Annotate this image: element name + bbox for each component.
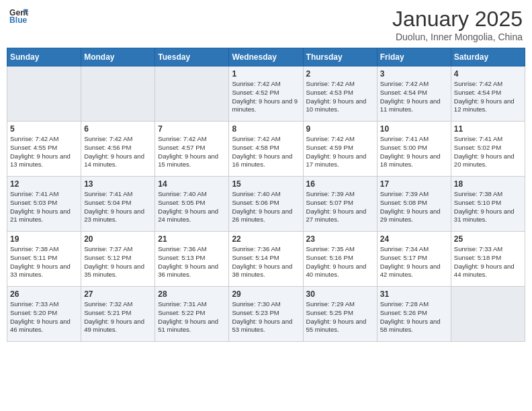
- day-number: 6: [84, 124, 152, 134]
- day-cell-10: 10Sunrise: 7:41 AMSunset: 5:00 PMDayligh…: [377, 122, 451, 177]
- day-number: 18: [454, 179, 522, 189]
- day-number: 10: [380, 124, 448, 134]
- week-row-2: 5Sunrise: 7:42 AMSunset: 4:55 PMDaylight…: [7, 122, 525, 177]
- cell-info: Sunrise: 7:32 AMSunset: 5:21 PMDaylight:…: [84, 300, 152, 334]
- day-cell-25: 25Sunrise: 7:33 AMSunset: 5:18 PMDayligh…: [451, 232, 525, 287]
- svg-text:Blue: Blue: [9, 15, 28, 25]
- cell-info: Sunrise: 7:42 AMSunset: 4:58 PMDaylight:…: [232, 135, 300, 169]
- location: Duolun, Inner Mongolia, China: [392, 32, 523, 42]
- cell-info: Sunrise: 7:40 AMSunset: 5:06 PMDaylight:…: [232, 190, 300, 224]
- day-cell-30: 30Sunrise: 7:29 AMSunset: 5:25 PMDayligh…: [303, 287, 377, 342]
- cell-info: Sunrise: 7:38 AMSunset: 5:10 PMDaylight:…: [454, 190, 522, 224]
- cell-info: Sunrise: 7:41 AMSunset: 5:00 PMDaylight:…: [380, 135, 448, 169]
- cell-info: Sunrise: 7:41 AMSunset: 5:02 PMDaylight:…: [454, 135, 522, 169]
- calendar: SundayMondayTuesdayWednesdayThursdayFrid…: [7, 48, 525, 342]
- day-cell-17: 17Sunrise: 7:39 AMSunset: 5:08 PMDayligh…: [377, 177, 451, 232]
- cell-info: Sunrise: 7:37 AMSunset: 5:12 PMDaylight:…: [84, 245, 152, 279]
- empty-cell: [7, 66, 81, 122]
- day-cell-4: 4Sunrise: 7:42 AMSunset: 4:54 PMDaylight…: [451, 66, 525, 122]
- day-cell-20: 20Sunrise: 7:37 AMSunset: 5:12 PMDayligh…: [81, 232, 155, 287]
- day-number: 17: [380, 179, 448, 189]
- week-row-1: 1Sunrise: 7:42 AMSunset: 4:52 PMDaylight…: [7, 66, 525, 122]
- day-number: 14: [158, 179, 226, 189]
- cell-info: Sunrise: 7:39 AMSunset: 5:07 PMDaylight:…: [306, 190, 374, 224]
- day-cell-2: 2Sunrise: 7:42 AMSunset: 4:53 PMDaylight…: [303, 66, 377, 122]
- day-number: 25: [454, 234, 522, 244]
- day-cell-8: 8Sunrise: 7:42 AMSunset: 4:58 PMDaylight…: [229, 122, 303, 177]
- day-cell-3: 3Sunrise: 7:42 AMSunset: 4:54 PMDaylight…: [377, 66, 451, 122]
- day-number: 30: [306, 289, 374, 299]
- weekday-header-saturday: Saturday: [451, 48, 525, 66]
- cell-info: Sunrise: 7:28 AMSunset: 5:26 PMDaylight:…: [380, 300, 448, 334]
- day-cell-9: 9Sunrise: 7:42 AMSunset: 4:59 PMDaylight…: [303, 122, 377, 177]
- day-number: 4: [454, 69, 522, 79]
- day-number: 11: [454, 124, 522, 134]
- weekday-header-thursday: Thursday: [303, 48, 377, 66]
- cell-info: Sunrise: 7:33 AMSunset: 5:18 PMDaylight:…: [454, 245, 522, 279]
- cell-info: Sunrise: 7:42 AMSunset: 4:56 PMDaylight:…: [84, 135, 152, 169]
- day-cell-18: 18Sunrise: 7:38 AMSunset: 5:10 PMDayligh…: [451, 177, 525, 232]
- week-row-3: 12Sunrise: 7:41 AMSunset: 5:03 PMDayligh…: [7, 177, 525, 232]
- empty-cell: [155, 66, 229, 122]
- cell-info: Sunrise: 7:42 AMSunset: 4:53 PMDaylight:…: [306, 80, 374, 114]
- day-number: 31: [380, 289, 448, 299]
- day-cell-15: 15Sunrise: 7:40 AMSunset: 5:06 PMDayligh…: [229, 177, 303, 232]
- logo: General Blue: [9, 7, 28, 26]
- weekday-header-monday: Monday: [81, 48, 155, 66]
- day-number: 28: [158, 289, 226, 299]
- weekday-header-wednesday: Wednesday: [229, 48, 303, 66]
- day-number: 8: [232, 124, 300, 134]
- cell-info: Sunrise: 7:35 AMSunset: 5:16 PMDaylight:…: [306, 245, 374, 279]
- day-number: 24: [380, 234, 448, 244]
- day-number: 3: [380, 69, 448, 79]
- day-number: 21: [158, 234, 226, 244]
- cell-info: Sunrise: 7:33 AMSunset: 5:20 PMDaylight:…: [10, 300, 78, 334]
- empty-cell: [81, 66, 155, 122]
- day-cell-14: 14Sunrise: 7:40 AMSunset: 5:05 PMDayligh…: [155, 177, 229, 232]
- day-cell-7: 7Sunrise: 7:42 AMSunset: 4:57 PMDaylight…: [155, 122, 229, 177]
- weekday-header-tuesday: Tuesday: [155, 48, 229, 66]
- day-cell-16: 16Sunrise: 7:39 AMSunset: 5:07 PMDayligh…: [303, 177, 377, 232]
- cell-info: Sunrise: 7:41 AMSunset: 5:04 PMDaylight:…: [84, 190, 152, 224]
- day-number: 13: [84, 179, 152, 189]
- day-cell-24: 24Sunrise: 7:34 AMSunset: 5:17 PMDayligh…: [377, 232, 451, 287]
- day-number: 7: [158, 124, 226, 134]
- cell-info: Sunrise: 7:39 AMSunset: 5:08 PMDaylight:…: [380, 190, 448, 224]
- day-cell-23: 23Sunrise: 7:35 AMSunset: 5:16 PMDayligh…: [303, 232, 377, 287]
- cell-info: Sunrise: 7:38 AMSunset: 5:11 PMDaylight:…: [10, 245, 78, 279]
- day-number: 23: [306, 234, 374, 244]
- day-cell-29: 29Sunrise: 7:30 AMSunset: 5:23 PMDayligh…: [229, 287, 303, 342]
- cell-info: Sunrise: 7:34 AMSunset: 5:17 PMDaylight:…: [380, 245, 448, 279]
- page-header: General Blue January 2025 Duolun, Inner …: [7, 7, 525, 42]
- day-cell-21: 21Sunrise: 7:36 AMSunset: 5:13 PMDayligh…: [155, 232, 229, 287]
- cell-info: Sunrise: 7:42 AMSunset: 4:54 PMDaylight:…: [454, 80, 522, 114]
- cell-info: Sunrise: 7:40 AMSunset: 5:05 PMDaylight:…: [158, 190, 226, 224]
- day-number: 15: [232, 179, 300, 189]
- day-number: 22: [232, 234, 300, 244]
- day-cell-11: 11Sunrise: 7:41 AMSunset: 5:02 PMDayligh…: [451, 122, 525, 177]
- cell-info: Sunrise: 7:31 AMSunset: 5:22 PMDaylight:…: [158, 300, 226, 334]
- cell-info: Sunrise: 7:42 AMSunset: 4:57 PMDaylight:…: [158, 135, 226, 169]
- day-number: 9: [306, 124, 374, 134]
- cell-info: Sunrise: 7:36 AMSunset: 5:14 PMDaylight:…: [232, 245, 300, 279]
- day-cell-22: 22Sunrise: 7:36 AMSunset: 5:14 PMDayligh…: [229, 232, 303, 287]
- day-number: 19: [10, 234, 78, 244]
- logo-icon: General Blue: [9, 7, 28, 26]
- day-number: 27: [84, 289, 152, 299]
- day-cell-12: 12Sunrise: 7:41 AMSunset: 5:03 PMDayligh…: [7, 177, 81, 232]
- day-cell-13: 13Sunrise: 7:41 AMSunset: 5:04 PMDayligh…: [81, 177, 155, 232]
- cell-info: Sunrise: 7:42 AMSunset: 4:52 PMDaylight:…: [232, 80, 300, 114]
- title-block: January 2025 Duolun, Inner Mongolia, Chi…: [392, 7, 523, 42]
- day-cell-5: 5Sunrise: 7:42 AMSunset: 4:55 PMDaylight…: [7, 122, 81, 177]
- day-number: 20: [84, 234, 152, 244]
- day-number: 2: [306, 69, 374, 79]
- cell-info: Sunrise: 7:29 AMSunset: 5:25 PMDaylight:…: [306, 300, 374, 334]
- day-number: 1: [232, 69, 300, 79]
- cell-info: Sunrise: 7:42 AMSunset: 4:55 PMDaylight:…: [10, 135, 78, 169]
- cell-info: Sunrise: 7:41 AMSunset: 5:03 PMDaylight:…: [10, 190, 78, 224]
- weekday-header-friday: Friday: [377, 48, 451, 66]
- day-number: 29: [232, 289, 300, 299]
- day-number: 26: [10, 289, 78, 299]
- week-row-5: 26Sunrise: 7:33 AMSunset: 5:20 PMDayligh…: [7, 287, 525, 342]
- day-number: 16: [306, 179, 374, 189]
